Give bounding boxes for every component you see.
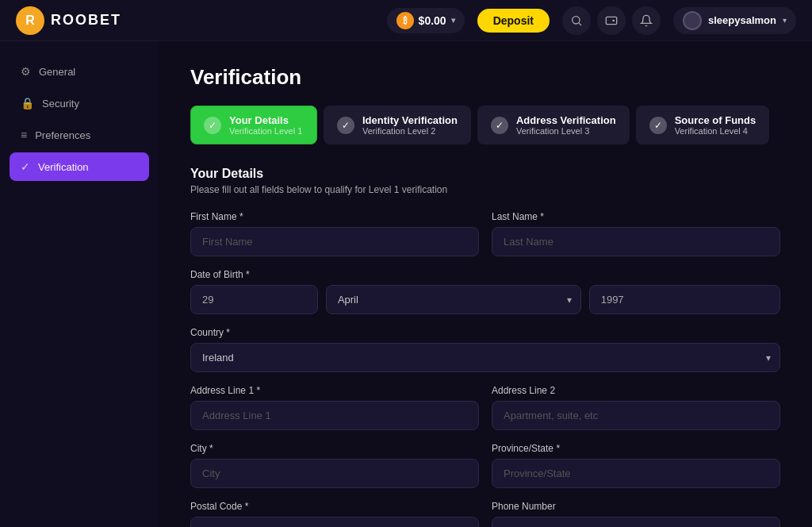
address2-field: Address Line 2: [492, 385, 780, 430]
search-icon: [570, 14, 583, 27]
phone-field: Phone Number: [492, 501, 780, 527]
address1-input[interactable]: [190, 401, 479, 430]
sidebar-item-general[interactable]: ⚙ General: [10, 57, 149, 86]
svg-point-2: [573, 16, 580, 23]
wallet-icon: [605, 14, 618, 27]
address-row: Address Line 1 * Address Line 2: [190, 385, 780, 430]
main-content: Verification ✓ Your Details Verification…: [159, 41, 812, 527]
province-field: Province/State *: [492, 443, 780, 488]
sidebar-label-general: General: [39, 66, 75, 78]
balance-display[interactable]: ₿ $0.00 ▾: [387, 8, 465, 33]
address1-label: Address Line 1 *: [190, 385, 479, 396]
tab-source[interactable]: ✓ Source of Funds Verification Level 4: [636, 106, 770, 144]
notifications-button[interactable]: [632, 6, 661, 35]
tab-level-source: Verification Level 4: [675, 126, 756, 136]
user-chevron-icon: ▾: [783, 16, 787, 25]
first-name-label: First Name *: [190, 211, 479, 222]
balance-chevron-icon: ▾: [451, 16, 455, 25]
sidebar: ⚙ General 🔒 Security ≡ Preferences ✓ Ver…: [0, 41, 159, 527]
dob-label: Date of Birth *: [190, 269, 780, 280]
wallet-button[interactable]: [597, 6, 626, 35]
sidebar-label-verification: Verification: [38, 161, 89, 173]
top-navigation: R ROOBET ₿ $0.00 ▾ Deposit sle: [0, 0, 812, 41]
tab-level-identity: Verification Level 2: [362, 126, 458, 136]
address2-input[interactable]: [492, 401, 780, 430]
address1-field: Address Line 1 *: [190, 385, 479, 430]
sidebar-label-preferences: Preferences: [35, 129, 90, 141]
country-row: Country * Ireland United Kingdom United …: [190, 327, 780, 372]
bell-icon: [640, 14, 653, 27]
svg-rect-4: [606, 17, 616, 24]
your-details-section: Your Details Please fill out all fields …: [190, 167, 780, 527]
deposit-button[interactable]: Deposit: [477, 9, 550, 33]
dob-day-input[interactable]: [190, 285, 318, 314]
postal-field: Postal Code *: [190, 501, 479, 527]
country-select[interactable]: Ireland United Kingdom United States Ger…: [190, 343, 780, 372]
form-section-title: Your Details: [190, 167, 780, 181]
sidebar-label-security: Security: [42, 98, 79, 110]
address2-label: Address Line 2: [492, 385, 780, 396]
sidebar-item-verification[interactable]: ✓ Verification: [10, 152, 149, 181]
lock-icon: 🔒: [21, 97, 34, 110]
logo-text: ROOBET: [51, 12, 121, 29]
username: sleepysalmon: [708, 14, 776, 26]
sidebar-item-preferences[interactable]: ≡ Preferences: [10, 121, 149, 149]
postal-input[interactable]: [190, 517, 479, 527]
phone-label: Phone Number: [492, 501, 780, 512]
logo: R ROOBET: [16, 6, 121, 35]
tab-level-your-details: Verification Level 1: [229, 126, 302, 136]
postal-phone-row: Postal Code * Phone Number: [190, 501, 780, 527]
main-layout: ⚙ General 🔒 Security ≡ Preferences ✓ Ver…: [0, 41, 812, 527]
tab-title-address: Address Verification: [516, 114, 616, 126]
tab-check-address: ✓: [491, 117, 508, 134]
tab-level-address: Verification Level 3: [516, 126, 616, 136]
first-name-input[interactable]: [190, 227, 479, 256]
tab-your-details[interactable]: ✓ Your Details Verification Level 1: [190, 106, 317, 144]
city-input[interactable]: [190, 459, 479, 488]
province-label: Province/State *: [492, 443, 780, 454]
city-province-row: City * Province/State *: [190, 443, 780, 488]
last-name-input[interactable]: [492, 227, 780, 256]
nav-icons: [562, 6, 661, 35]
city-field: City *: [190, 443, 479, 488]
tab-check-your-details: ✓: [204, 117, 221, 134]
city-label: City *: [190, 443, 479, 454]
dob-year-input[interactable]: [589, 285, 780, 314]
tab-title-identity: Identity Verification: [362, 114, 458, 126]
name-row: First Name * Last Name *: [190, 211, 780, 256]
dob-field: Date of Birth * JanuaryFebruaryMarch Apr…: [190, 269, 780, 314]
country-field: Country * Ireland United Kingdom United …: [190, 327, 780, 372]
province-input[interactable]: [492, 459, 780, 488]
tab-title-source: Source of Funds: [675, 114, 756, 126]
logo-icon: R: [16, 6, 44, 35]
form-section-subtitle: Please fill out all fields below to qual…: [190, 184, 780, 195]
tab-check-identity: ✓: [337, 117, 354, 134]
svg-text:R: R: [25, 13, 35, 27]
sliders-icon: ≡: [21, 129, 27, 141]
tab-identity[interactable]: ✓ Identity Verification Verification Lev…: [324, 106, 471, 144]
first-name-field: First Name *: [190, 211, 479, 256]
page-title: Verification: [190, 65, 780, 90]
sidebar-item-security[interactable]: 🔒 Security: [10, 89, 149, 117]
check-circle-icon: ✓: [21, 160, 30, 173]
btc-icon: ₿: [396, 12, 414, 29]
dob-month-select[interactable]: JanuaryFebruaryMarch AprilMayJune JulyAu…: [326, 285, 581, 314]
tab-address[interactable]: ✓ Address Verification Verification Leve…: [477, 106, 630, 144]
dob-row: Date of Birth * JanuaryFebruaryMarch Apr…: [190, 269, 780, 314]
phone-input[interactable]: [492, 517, 780, 527]
user-menu[interactable]: sleepysalmon ▾: [673, 7, 796, 34]
last-name-field: Last Name *: [492, 211, 780, 256]
gear-icon: ⚙: [21, 65, 31, 78]
tab-title-your-details: Your Details: [229, 114, 302, 126]
tab-check-source: ✓: [649, 117, 667, 134]
postal-label: Postal Code *: [190, 501, 479, 512]
country-label: Country *: [190, 327, 780, 338]
balance-amount: $0.00: [419, 14, 446, 27]
avatar: [683, 11, 702, 30]
last-name-label: Last Name *: [492, 211, 780, 222]
svg-line-3: [579, 23, 581, 25]
verification-tabs: ✓ Your Details Verification Level 1 ✓ Id…: [190, 106, 780, 144]
search-button[interactable]: [562, 6, 591, 35]
